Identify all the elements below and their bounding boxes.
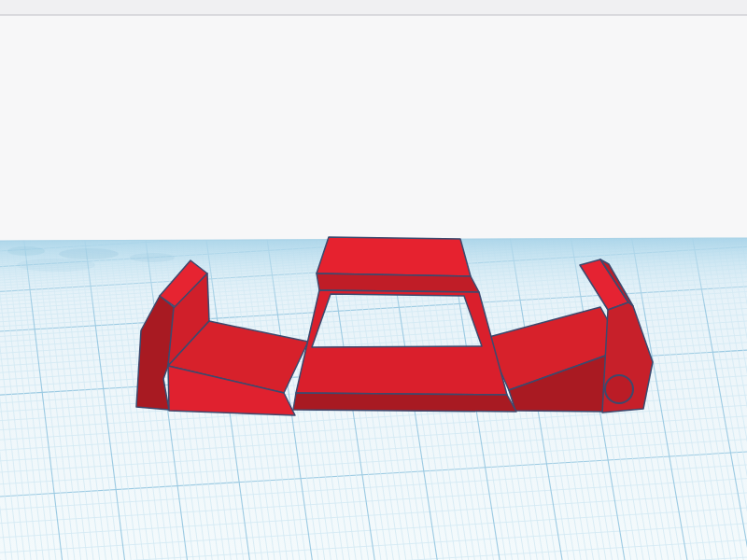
model-bottom-band [293, 393, 516, 412]
top-bar-overlay [0, 0, 747, 15]
model-circular-hole [605, 375, 633, 403]
model-top-front-band [317, 273, 479, 292]
scene-canvas[interactable] [0, 0, 747, 560]
3d-viewport[interactable] [0, 0, 747, 560]
cad-app-window [0, 0, 747, 560]
model-top-face [317, 237, 471, 276]
